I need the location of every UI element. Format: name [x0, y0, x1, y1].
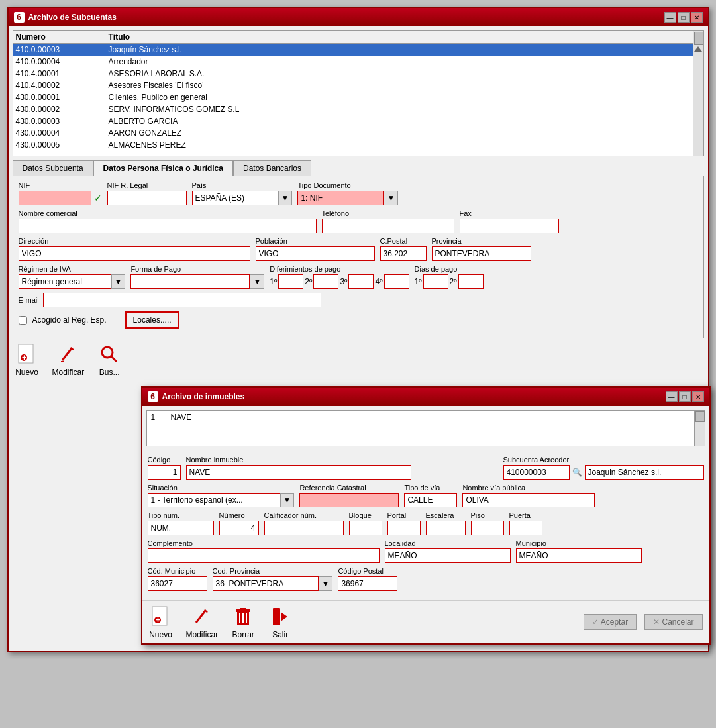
list-item[interactable]: 410.0.00003 Joaquín Sánchez s.l.: [13, 44, 703, 56]
list-item-title: ALBERTO GARCIA: [109, 117, 701, 126]
dif-3-input[interactable]: [348, 274, 374, 289]
inmuebles-salir-button[interactable]: Salir: [268, 605, 292, 639]
list-item[interactable]: 430.0.00002 SERV. INFORMATICOS GOMEZ S.L: [13, 103, 703, 115]
inmuebles-salir-icon: [268, 605, 292, 629]
nombre-via-label: Nombre vía pública: [462, 484, 703, 492]
fax-input[interactable]: [460, 219, 559, 233]
localidad-input[interactable]: [385, 548, 511, 563]
inmuebles-minimize-button[interactable]: —: [666, 391, 678, 402]
list-item[interactable]: 410.4.00001 ASESORIA LABORAL S.A.: [13, 68, 703, 79]
forma-pago-dropdown-btn[interactable]: ▼: [250, 274, 264, 289]
bloque-input[interactable]: [349, 521, 382, 535]
nif-r-legal-input[interactable]: [107, 191, 187, 205]
inmuebles-modificar-button[interactable]: Modificar: [186, 605, 219, 639]
codigo-postal-input[interactable]: [338, 576, 397, 591]
list-item[interactable]: 430.0.00004 AARON GONZALEZ: [13, 127, 703, 139]
cpostal-input[interactable]: [380, 246, 427, 261]
nombre-via-input[interactable]: [462, 493, 595, 507]
inmuebles-close-button[interactable]: ✕: [692, 391, 704, 402]
inmuebles-scroll-thumb[interactable]: [695, 411, 705, 422]
tipo-doc-dropdown-btn[interactable]: ▼: [384, 191, 398, 205]
dif-4-input[interactable]: [384, 274, 409, 289]
inmuebles-scrollbar[interactable]: [694, 411, 705, 446]
minimize-button[interactable]: —: [664, 12, 676, 23]
municipio-input[interactable]: [516, 548, 642, 563]
aceptar-button[interactable]: ✓ Aceptar: [584, 614, 637, 630]
field-situacion: Situación ▼: [148, 484, 295, 507]
complemento-input[interactable]: [148, 548, 380, 563]
regimen-dropdown-btn[interactable]: ▼: [111, 274, 126, 289]
main-title-controls[interactable]: — □ ✕: [664, 12, 703, 23]
modificar-button[interactable]: Modificar: [52, 342, 85, 377]
situacion-input[interactable]: [148, 493, 280, 507]
field-calificador: Calificador núm.: [264, 511, 344, 535]
subcuenta-acreedor-num-input[interactable]: [503, 465, 570, 480]
nombre-inmueble-label: Nombre inmueble: [186, 456, 498, 464]
list-item[interactable]: 430.0.00003 ALBERTO GARCIA: [13, 115, 703, 127]
list-item[interactable]: 430.0.00001 Clientes, Publico en general: [13, 91, 703, 103]
cod-provincia-input[interactable]: [213, 576, 319, 591]
close-button[interactable]: ✕: [691, 12, 703, 23]
buscar-button[interactable]: Bus...: [97, 342, 121, 377]
inmuebles-list-item[interactable]: 1 NAVE: [147, 411, 705, 424]
tab-datos-persona[interactable]: Datos Persona Física o Jurídica: [93, 160, 233, 176]
nombre-inmueble-input[interactable]: [186, 465, 411, 480]
portal-input[interactable]: [387, 521, 421, 535]
email-input[interactable]: [43, 293, 321, 307]
escalera-input[interactable]: [426, 521, 466, 535]
inmuebles-title-bar: 6 Archivo de inmuebles — □ ✕: [142, 388, 709, 406]
tab-datos-subcuenta[interactable]: Datos Subcuenta: [13, 160, 93, 176]
locales-button[interactable]: Locales.....: [125, 311, 179, 329]
nif-checkmark: ✓: [94, 193, 102, 203]
calificador-input[interactable]: [264, 521, 344, 535]
direccion-input[interactable]: [19, 246, 250, 261]
tipo-num-input[interactable]: [148, 521, 214, 535]
dias-2-input[interactable]: [458, 274, 484, 289]
list-scrollbar[interactable]: [693, 31, 703, 156]
cod-provincia-dropdown-btn[interactable]: ▼: [319, 576, 333, 591]
codigo-input[interactable]: [148, 465, 181, 480]
list-item-num: 410.0.00004: [16, 57, 109, 66]
nombre-comercial-input[interactable]: [19, 219, 317, 233]
list-item-title: Arrendador: [109, 57, 701, 66]
tab-datos-bancarios[interactable]: Datos Bancarios: [233, 160, 311, 176]
regimen-iva-input[interactable]: [19, 274, 111, 289]
field-email: E-mail: [19, 293, 321, 307]
maximize-button[interactable]: □: [678, 12, 690, 23]
puerta-input[interactable]: [509, 521, 542, 535]
cod-municipio-input[interactable]: [148, 576, 207, 591]
acogido-checkbox[interactable]: [19, 316, 27, 325]
list-item[interactable]: 410.4.00002 Asesores Fiscales 'El fisco': [13, 79, 703, 91]
telefono-label: Teléfono: [322, 209, 454, 217]
pais-dropdown-btn[interactable]: ▼: [278, 191, 293, 205]
list-item[interactable]: 430.0.00005 ALMACENES PEREZ: [13, 139, 703, 151]
numero-input[interactable]: [219, 521, 259, 535]
ref-catastral-input[interactable]: [299, 493, 399, 507]
dif-1-input[interactable]: [278, 274, 303, 289]
tipo-doc-input[interactable]: [297, 191, 384, 205]
nif-input[interactable]: [19, 191, 91, 205]
list-item[interactable]: 410.0.00004 Arrendador: [13, 56, 703, 68]
dias-1-input[interactable]: [423, 274, 448, 289]
poblacion-input[interactable]: [256, 246, 375, 261]
piso-input[interactable]: [471, 521, 504, 535]
inmuebles-borrar-button[interactable]: Borrar: [231, 605, 255, 639]
scroll-thumb[interactable]: [694, 32, 703, 45]
acogido-label: Acogido al Reg. Esp.: [32, 315, 107, 325]
cancelar-button[interactable]: ✕ Cancelar: [644, 614, 702, 630]
pais-input[interactable]: [192, 191, 278, 205]
dif-2-input[interactable]: [313, 274, 338, 289]
subcuenta-link-icon[interactable]: 🔍: [572, 468, 582, 477]
inmuebles-nuevo-button[interactable]: + Nuevo: [149, 605, 173, 639]
provincia-input[interactable]: [432, 246, 531, 261]
forma-pago-input[interactable]: [130, 274, 250, 289]
situacion-dropdown-btn[interactable]: ▼: [280, 493, 295, 507]
cancelar-x-icon: ✕: [653, 617, 660, 627]
tipo-via-input[interactable]: [404, 493, 457, 507]
nuevo-button[interactable]: + Nuevo: [15, 342, 39, 377]
telefono-input[interactable]: [322, 219, 454, 233]
list-item-num: 430.0.00005: [16, 140, 109, 150]
inmuebles-title-controls[interactable]: — □ ✕: [666, 391, 704, 402]
subcuenta-acreedor-name-input[interactable]: [585, 465, 704, 480]
inmuebles-maximize-button[interactable]: □: [679, 391, 691, 402]
